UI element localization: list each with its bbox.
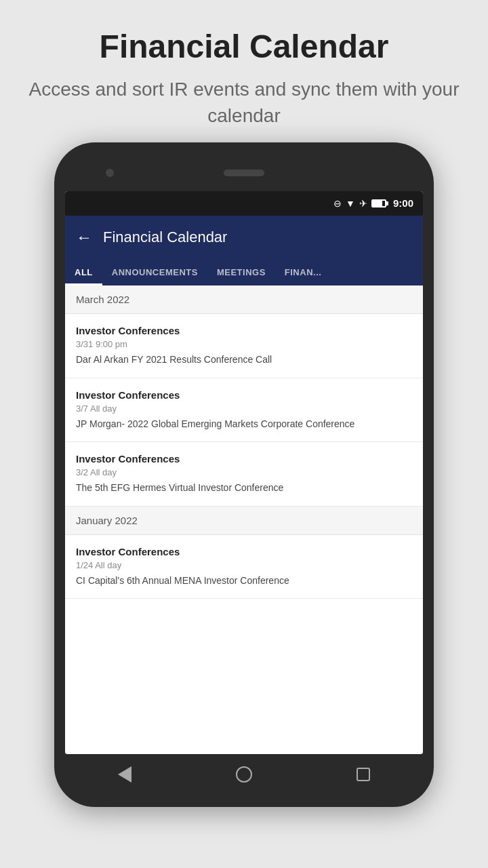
wifi-icon: ▼	[346, 198, 355, 209]
battery-icon	[371, 199, 386, 208]
event-type-1: Investor Conferences	[76, 325, 412, 336]
event-type-2: Investor Conferences	[76, 389, 412, 401]
event-title-2: JP Morgan- 2022 Global Emerging Markets …	[76, 418, 412, 431]
event-date-2: 3/7 All day	[76, 403, 412, 414]
content-list: March 2022 Investor Conferences 3/31 9:0…	[65, 285, 423, 754]
event-card-4[interactable]: Investor Conferences 1/24 All day CI Cap…	[65, 535, 423, 599]
event-date-4: 1/24 All day	[76, 560, 412, 570]
event-type-4: Investor Conferences	[76, 546, 412, 557]
event-card-3[interactable]: Investor Conferences 3/2 All day The 5th…	[65, 442, 423, 507]
tab-all[interactable]: ALL	[65, 259, 102, 285]
nav-home-icon	[236, 766, 252, 783]
event-date-1: 3/31 9:00 pm	[76, 339, 412, 349]
app-bar: ← Financial Calendar	[65, 216, 423, 259]
month-header-march: March 2022	[65, 285, 423, 314]
phone-screen: ⊖ ▼ ✈ 9:00 ← Financial Calendar ALL ANNO…	[65, 191, 423, 754]
event-type-3: Investor Conferences	[76, 453, 412, 465]
nav-home-button[interactable]	[232, 762, 256, 787]
phone-camera	[106, 169, 114, 177]
tab-meetings[interactable]: MEETINGS	[207, 259, 275, 285]
mute-icon: ⊖	[333, 198, 342, 209]
event-title-3: The 5th EFG Hermes Virtual Investor Conf…	[76, 481, 412, 495]
phone-top-bezel	[65, 155, 423, 191]
tab-finan[interactable]: FINAN...	[275, 259, 331, 285]
event-card-1[interactable]: Investor Conferences 3/31 9:00 pm Dar Al…	[65, 314, 423, 378]
event-title-1: Dar Al Arkan FY 2021 Results Conference …	[76, 353, 412, 367]
status-time: 9:00	[393, 197, 413, 209]
status-bar: ⊖ ▼ ✈ 9:00	[65, 191, 423, 216]
app-bar-title: Financial Calendar	[103, 229, 227, 246]
month-header-january: January 2022	[65, 507, 423, 535]
nav-back-icon	[118, 766, 131, 783]
airplane-icon: ✈	[359, 198, 367, 209]
tab-announcements[interactable]: ANNOUNCEMENTS	[102, 259, 207, 285]
event-card-2[interactable]: Investor Conferences 3/7 All day JP Morg…	[65, 378, 423, 443]
phone-bottom-nav	[65, 754, 423, 795]
nav-recent-icon	[357, 768, 370, 781]
nav-recent-button[interactable]	[351, 762, 375, 787]
phone-speaker	[224, 170, 264, 176]
page-subtitle: Access and sort IR events and sync them …	[27, 76, 461, 129]
status-icons: ⊖ ▼ ✈ 9:00	[333, 197, 413, 209]
event-title-4: CI Capital's 6th Annual MENA Investor Co…	[76, 574, 412, 588]
phone-frame: ⊖ ▼ ✈ 9:00 ← Financial Calendar ALL ANNO…	[54, 142, 434, 807]
nav-back-button[interactable]	[113, 762, 137, 787]
event-date-3: 3/2 All day	[76, 467, 412, 477]
tabs-bar: ALL ANNOUNCEMENTS MEETINGS FINAN...	[65, 259, 423, 285]
back-button[interactable]: ←	[76, 228, 92, 247]
page-title: Financial Calendar	[27, 27, 461, 66]
page-header: Financial Calendar Access and sort IR ev…	[0, 0, 488, 142]
